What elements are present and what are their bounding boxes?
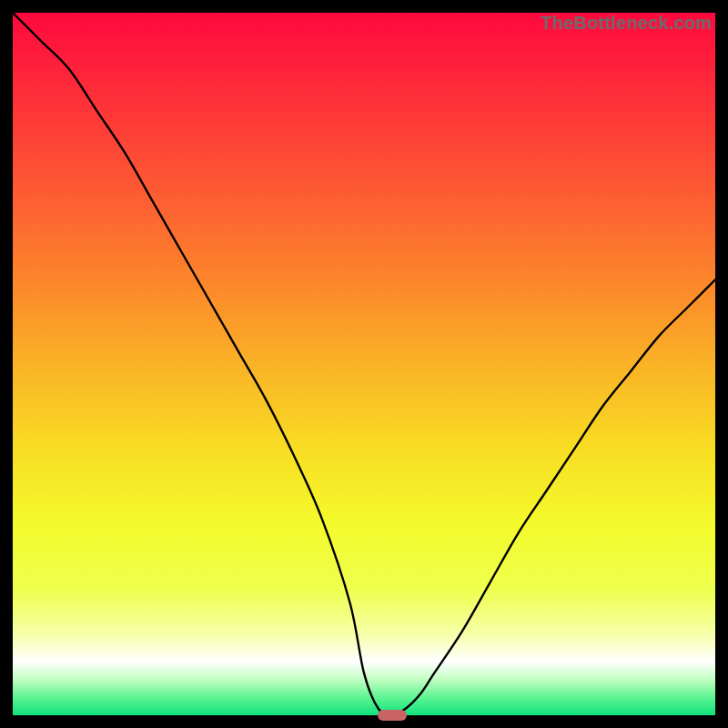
- curve-line: [13, 13, 715, 715]
- chart-frame: TheBottleneck.com: [13, 13, 715, 715]
- bottleneck-marker: [378, 710, 407, 721]
- bottleneck-curve: [13, 13, 715, 715]
- watermark-text: TheBottleneck.com: [541, 13, 712, 34]
